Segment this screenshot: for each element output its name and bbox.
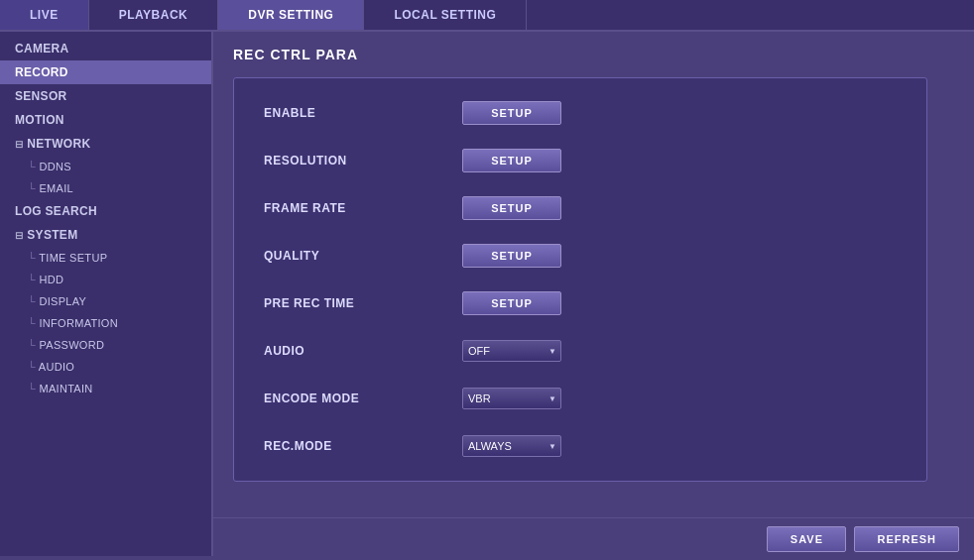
sidebar-item-information[interactable]: └ INFORMATION <box>0 312 211 334</box>
rec-mode-select[interactable]: ALWAYS SCHEDULE MOTION <box>462 435 561 457</box>
button-enable-setup[interactable]: SETUP <box>462 101 561 125</box>
tree-branch-icon: └ <box>28 361 36 373</box>
row-pre-rec-time: PRE REC TIME SETUP <box>264 288 897 318</box>
button-resolution-setup[interactable]: SETUP <box>462 149 561 172</box>
row-enable: ENABLE SETUP <box>264 98 897 128</box>
tree-branch-icon: └ <box>28 161 36 172</box>
label-frame-rate: FRAME RATE <box>264 201 462 215</box>
button-frame-rate-setup[interactable]: SETUP <box>462 196 561 220</box>
sidebar-item-audio[interactable]: └ AUDIO <box>0 356 211 378</box>
page-title: REC CTRL PARA <box>233 47 954 62</box>
button-quality-setup[interactable]: SETUP <box>462 244 561 268</box>
tab-live[interactable]: LIVE <box>0 0 89 30</box>
row-encode-mode: ENCODE MODE VBR CBR <box>264 384 897 413</box>
row-rec-mode: REC.MODE ALWAYS SCHEDULE MOTION <box>264 431 897 461</box>
sidebar-item-system[interactable]: ⊟ SYSTEM <box>0 223 211 247</box>
content-area: REC CTRL PARA ENABLE SETUP RESOLUTION SE… <box>213 32 974 556</box>
rec-mode-select-wrapper: ALWAYS SCHEDULE MOTION <box>462 435 561 457</box>
row-frame-rate: FRAME RATE SETUP <box>264 193 897 223</box>
tab-playback[interactable]: PLAYBACK <box>89 0 219 30</box>
encode-mode-select-wrapper: VBR CBR <box>462 388 561 409</box>
top-navigation: LIVE PLAYBACK DVR SETTING LOCAL SETTING <box>0 0 974 32</box>
sidebar-item-motion[interactable]: MOTION <box>0 108 211 132</box>
sidebar-item-ddns[interactable]: └ DDNS <box>0 156 211 177</box>
row-audio: AUDIO OFF ON <box>264 336 897 366</box>
tab-local-setting[interactable]: LOCAL SETTING <box>364 0 527 30</box>
tree-branch-icon: └ <box>28 295 36 307</box>
sidebar-item-maintain[interactable]: └ MAINTAIN <box>0 378 211 399</box>
sidebar-item-password[interactable]: └ PASSWORD <box>0 334 211 356</box>
audio-select[interactable]: OFF ON <box>462 340 561 362</box>
tab-dvr-setting[interactable]: DVR SETTING <box>218 0 364 30</box>
sidebar-item-email[interactable]: └ EMAIL <box>0 177 211 199</box>
tree-branch-icon: └ <box>28 383 36 394</box>
label-enable: ENABLE <box>264 106 462 120</box>
sidebar-item-network[interactable]: ⊟ NETWORK <box>0 132 211 156</box>
tree-expand-icon2: ⊟ <box>15 230 23 241</box>
row-quality: QUALITY SETUP <box>264 241 897 271</box>
sidebar-item-sensor[interactable]: SENSOR <box>0 84 211 108</box>
label-quality: QUALITY <box>264 249 462 263</box>
sidebar-item-time-setup[interactable]: └ TIME SETUP <box>0 247 211 269</box>
tree-branch-icon: └ <box>28 182 36 194</box>
row-resolution: RESOLUTION SETUP <box>264 146 897 175</box>
label-rec-mode: REC.MODE <box>264 439 462 453</box>
audio-select-wrapper: OFF ON <box>462 340 561 362</box>
encode-mode-select[interactable]: VBR CBR <box>462 388 561 409</box>
tree-branch-icon: └ <box>28 339 36 351</box>
label-audio: AUDIO <box>264 344 462 358</box>
label-resolution: RESOLUTION <box>264 154 462 168</box>
tree-branch-icon: └ <box>28 317 36 329</box>
button-pre-rec-time-setup[interactable]: SETUP <box>462 291 561 315</box>
sidebar-item-hdd[interactable]: └ HDD <box>0 269 211 290</box>
sidebar-item-log-search[interactable]: LOG SEARCH <box>0 199 211 223</box>
sidebar-item-camera[interactable]: CAMERA <box>0 37 211 60</box>
tree-expand-icon: ⊟ <box>15 139 23 150</box>
save-button[interactable]: SAVE <box>767 526 846 552</box>
sidebar-item-display[interactable]: └ DISPLAY <box>0 290 211 312</box>
main-layout: CAMERA RECORD SENSOR MOTION ⊟ NETWORK └ … <box>0 32 974 556</box>
sidebar-item-record[interactable]: RECORD <box>0 60 211 84</box>
label-encode-mode: ENCODE MODE <box>264 392 462 405</box>
sidebar: CAMERA RECORD SENSOR MOTION ⊟ NETWORK └ … <box>0 32 213 556</box>
tree-branch-icon: └ <box>28 252 36 264</box>
tree-branch-icon: └ <box>28 274 36 285</box>
settings-panel: ENABLE SETUP RESOLUTION SETUP FRAME RATE… <box>233 77 927 482</box>
bottom-bar: SAVE REFRESH <box>213 517 974 560</box>
label-pre-rec-time: PRE REC TIME <box>264 296 462 310</box>
refresh-button[interactable]: REFRESH <box>854 526 959 552</box>
